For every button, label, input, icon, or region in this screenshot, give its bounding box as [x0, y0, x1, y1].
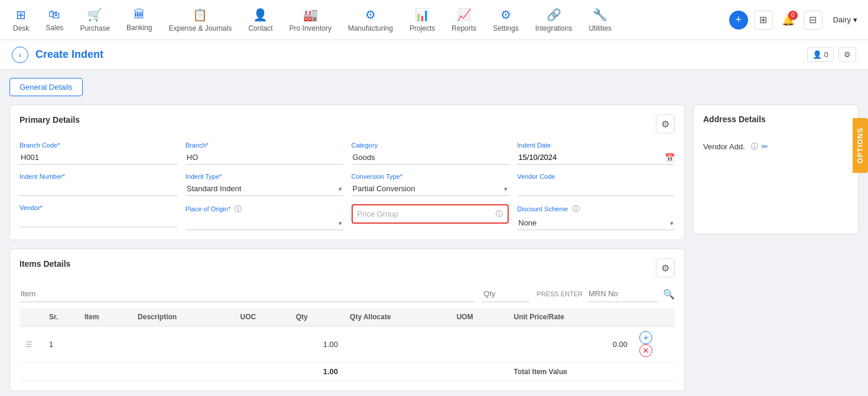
nav-utilities[interactable]: 🔧 Utilities: [581, 3, 619, 37]
form-row-2: Indent Number* Indent Type* Standard Ind…: [19, 173, 675, 196]
nav-settings[interactable]: ⚙ Settings: [486, 3, 525, 37]
nav-sales[interactable]: 🛍 Sales: [38, 3, 70, 37]
items-table: Sr. Item Description UOC Qty Qty Allocat…: [19, 308, 675, 381]
nav-projects[interactable]: 📊 Projects: [402, 3, 442, 37]
press-enter-text: PRESS ENTER: [537, 290, 583, 297]
primary-details-settings[interactable]: ⚙: [656, 114, 675, 133]
row-qty-cell: 1.00: [290, 326, 344, 362]
place-of-origin-select[interactable]: [186, 216, 343, 230]
pro-inventory-icon: 🏭: [303, 8, 318, 22]
place-of-origin-wrapper: ▾: [186, 216, 343, 230]
settings-gear-button[interactable]: ⚙: [838, 47, 856, 62]
form-row-3: Vendor* Place of Origin* ⓘ ▾: [19, 204, 675, 230]
vendor-add-info-icon[interactable]: ⓘ: [751, 142, 758, 152]
row-description-cell[interactable]: [132, 326, 234, 362]
row-uoc-cell[interactable]: [235, 326, 290, 362]
row-uom-cell[interactable]: [451, 326, 508, 362]
th-uoc: UOC: [235, 308, 290, 326]
vendor-group: Vendor*: [19, 204, 177, 230]
item-search-input[interactable]: [19, 286, 475, 302]
row-item-cell[interactable]: [79, 326, 132, 362]
delete-row-button[interactable]: ✕: [639, 344, 652, 357]
calendar-icon[interactable]: 📅: [665, 153, 675, 162]
options-sidebar[interactable]: OPTIONS: [853, 118, 868, 173]
discount-scheme-wrapper: None ▾: [517, 216, 675, 230]
qty-input[interactable]: [482, 286, 529, 302]
layout-button[interactable]: ⊟: [804, 11, 823, 30]
row-unit-price-cell: 0.00: [508, 326, 633, 362]
table-row: ☰ 1 1.00: [19, 326, 675, 362]
mrn-input[interactable]: [587, 286, 658, 302]
grid-button[interactable]: ⊞: [754, 11, 773, 30]
page-title: Create Indent: [35, 48, 807, 61]
tab-general-details[interactable]: General Details: [9, 78, 83, 96]
total-qty-value: 1.00: [323, 367, 338, 376]
row-unit-price-value: 0.00: [613, 340, 628, 349]
nav-integrations[interactable]: 🔗 Integrations: [528, 3, 580, 37]
user-menu[interactable]: Dairy ▾: [828, 13, 862, 27]
add-button[interactable]: +: [729, 11, 748, 30]
reports-icon: 📈: [457, 8, 472, 22]
branch-code-input[interactable]: [19, 150, 177, 165]
nav-desk[interactable]: ⊞ Desk: [6, 3, 36, 37]
conversion-type-label: Conversion Type*: [352, 173, 509, 180]
row-qty-allocate-cell[interactable]: [344, 326, 451, 362]
category-input[interactable]: [352, 150, 509, 165]
vendor-code-label: Vendor Code: [517, 173, 675, 180]
row-sr-cell: 1: [43, 326, 79, 362]
vendor-code-input[interactable]: [517, 182, 675, 196]
primary-details-header: Primary Details ⚙: [19, 114, 675, 133]
table-footer-row: 1.00 Total Item Value: [19, 362, 675, 381]
nav-sales-label: Sales: [45, 24, 63, 32]
price-group-info-icon[interactable]: ⓘ: [496, 209, 503, 219]
nav-reports-label: Reports: [451, 24, 476, 32]
address-details-card: Address Details Vendor Add. ⓘ ✏: [693, 104, 859, 234]
add-row-button[interactable]: +: [639, 331, 652, 344]
category-group: Category: [352, 142, 509, 165]
th-unit-price: Unit Price/Rate: [508, 308, 633, 326]
items-details-settings[interactable]: ⚙: [656, 258, 675, 277]
indent-type-select[interactable]: Standard Indent: [186, 182, 343, 196]
sales-icon: 🛍: [48, 8, 60, 21]
nav-reports[interactable]: 📈 Reports: [444, 3, 483, 37]
nav-purchase-label: Purchase: [80, 24, 110, 32]
vendor-code-group: Vendor Code: [517, 173, 675, 196]
purchase-icon: 🛒: [87, 8, 102, 22]
indent-number-input[interactable]: [19, 182, 177, 196]
nav-expense-label: Expense & Journals: [168, 24, 232, 32]
footer-total-qty: 1.00: [290, 362, 344, 381]
row-drag-handle[interactable]: ☰: [25, 340, 32, 349]
nav-pro-inventory[interactable]: 🏭 Pro Inventory: [282, 3, 339, 37]
address-details-title: Address Details: [703, 114, 766, 124]
price-group-field[interactable]: Price Group ⓘ: [352, 204, 509, 224]
nav-purchase[interactable]: 🛒 Purchase: [73, 3, 117, 37]
th-actions: [633, 308, 675, 326]
price-group-placeholder: Price Group: [357, 210, 398, 218]
row-handle-cell: ☰: [19, 326, 43, 362]
discount-scheme-select[interactable]: None: [517, 216, 675, 230]
branch-input[interactable]: [186, 150, 343, 165]
back-button[interactable]: ‹: [12, 47, 28, 63]
mrn-search-button[interactable]: 🔍: [663, 289, 675, 300]
nav-settings-label: Settings: [493, 24, 518, 32]
nav-contact[interactable]: 👤 Contact: [241, 3, 279, 37]
conversion-type-select[interactable]: Partial Conversion: [352, 182, 509, 196]
nav-expense-journals[interactable]: 📋 Expense & Journals: [161, 3, 239, 37]
indent-type-group: Indent Type* Standard Indent ▾: [186, 173, 343, 196]
row-sr-value: 1: [49, 340, 53, 349]
user-count-button[interactable]: 👤 0: [807, 47, 834, 62]
nav-manufacturing[interactable]: ⚙ Manufacturing: [341, 3, 400, 37]
row-actions-cell: + ✕: [633, 326, 675, 362]
notification-button[interactable]: 🔔 0: [779, 11, 798, 30]
place-of-origin-label: Place of Origin* ⓘ: [186, 204, 343, 214]
discount-scheme-info-icon[interactable]: ⓘ: [573, 205, 580, 213]
vendor-input[interactable]: [19, 213, 177, 227]
address-section: Address Details Vendor Add. ⓘ ✏: [693, 104, 859, 391]
indent-type-label: Indent Type*: [186, 173, 343, 180]
page-header: ‹ Create Indent 👤 0 ⚙: [0, 40, 868, 70]
place-of-origin-info-icon[interactable]: ⓘ: [235, 205, 242, 213]
nav-banking[interactable]: 🏛 Banking: [119, 3, 159, 37]
conversion-type-wrapper: Partial Conversion ▾: [352, 182, 509, 196]
indent-date-input[interactable]: [517, 150, 665, 164]
vendor-add-edit-icon[interactable]: ✏: [762, 142, 768, 151]
